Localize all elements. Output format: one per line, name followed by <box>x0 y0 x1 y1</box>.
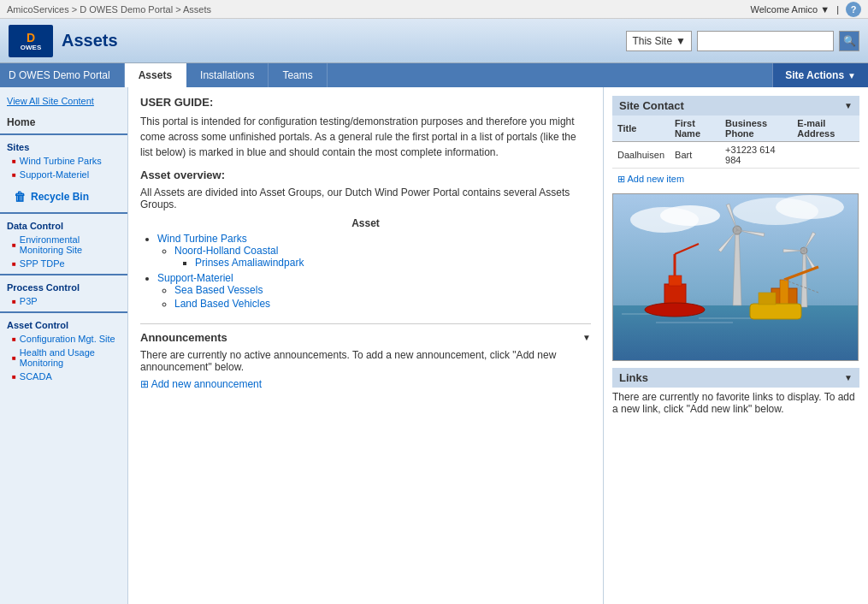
tree-link-sbv[interactable]: Sea Based Vessels <box>174 284 263 296</box>
welcome-text: Welcome Amico ▼ <box>751 4 830 15</box>
contact-email <box>792 142 859 169</box>
recycle-bin-label: Recycle Bin <box>31 191 89 203</box>
sidebar-home-header[interactable]: Home <box>0 111 127 130</box>
svg-point-29 <box>645 303 705 317</box>
tab-teams[interactable]: Teams <box>269 63 327 87</box>
tree-item-sm: Support-Materiel Sea Based Vessels Land … <box>157 272 591 310</box>
links-text: There are currently no favorite links to… <box>612 391 859 415</box>
svg-rect-23 <box>750 304 801 319</box>
site-contact-chevron[interactable]: ▼ <box>844 101 853 110</box>
contact-phone: +31223 614 984 <box>720 142 792 169</box>
user-guide-title: USER GUIDE: <box>140 96 591 109</box>
nav-tabs: D OWES Demo Portal Assets Installations … <box>0 63 868 87</box>
contact-title: Daalhuisen <box>612 142 670 169</box>
sidebar-item-spp-tdpe[interactable]: SPP TDPe <box>0 257 127 270</box>
tree-link-sm[interactable]: Support-Materiel <box>157 272 233 284</box>
asset-overview-title: Asset overview: <box>140 169 591 181</box>
tree-item-wtp: Wind Turbine Parks Noord-Holland Coastal… <box>157 233 591 269</box>
site-selector-chevron: ▼ <box>676 35 686 47</box>
sidebar-item-config-mgt[interactable]: Configuration Mgt. Site <box>0 332 127 346</box>
logo-d: D <box>27 31 35 44</box>
logo-area: D OWES Assets <box>9 25 118 57</box>
asset-tree-label: Asset <box>140 217 591 229</box>
sidebar-item-scada[interactable]: SCADA <box>0 370 127 383</box>
svg-point-4 <box>776 195 844 219</box>
search-icon: 🔍 <box>843 35 856 47</box>
tree-item-paw: Prinses Amaliawindpark <box>195 257 591 269</box>
tab-demo-portal[interactable]: D OWES Demo Portal <box>0 63 125 87</box>
tree-link-paw[interactable]: Prinses Amaliawindpark <box>195 257 304 269</box>
sidebar-sites-header: Sites <box>0 133 127 154</box>
site-selector-label: This Site <box>632 35 672 47</box>
breadcrumb: AmicoServices > D OWES Demo Portal > Ass… <box>7 4 211 15</box>
recycle-bin-icon: 🗑 <box>14 190 26 204</box>
site-actions-button[interactable]: Site Actions ▼ <box>772 63 868 87</box>
content-area: USER GUIDE: This portal is intended for … <box>128 87 603 604</box>
sidebar-process-control-header: Process Control <box>0 274 127 294</box>
page-title: Assets <box>62 31 118 50</box>
sidebar-item-env-monitoring[interactable]: Environmental Monitoring Site <box>0 233 127 257</box>
col-title: Title <box>612 115 670 142</box>
sidebar-view-all[interactable]: View All Site Content <box>0 92 127 111</box>
main-area: View All Site Content Home Sites Wind Tu… <box>0 87 868 604</box>
announcements-chevron[interactable]: ▼ <box>582 333 591 342</box>
announcements-title: Announcements <box>140 331 227 344</box>
col-firstname: First Name <box>670 115 720 142</box>
sidebar-data-control-header: Data Control <box>0 212 127 233</box>
top-right-area: Welcome Amico ▼ | ? <box>751 2 861 17</box>
logo: D OWES <box>9 25 53 57</box>
site-contact-table: Title First Name Business Phone E-mail A… <box>612 115 859 169</box>
sidebar-item-wind-turbine-parks[interactable]: Wind Turbine Parks <box>0 154 127 168</box>
site-actions-label: Site Actions <box>785 69 844 81</box>
svg-rect-26 <box>669 275 682 286</box>
search-input[interactable] <box>697 31 834 51</box>
logo-text: OWES <box>21 44 41 51</box>
tab-installations[interactable]: Installations <box>186 63 269 87</box>
site-contact-title: Site Contact <box>619 99 684 112</box>
tree-item-lbv: Land Based Vehicles <box>174 298 591 310</box>
tree-item-sbv: Sea Based Vessels <box>174 284 591 296</box>
links-chevron[interactable]: ▼ <box>844 373 853 382</box>
add-new-item-link[interactable]: Add new item <box>612 172 859 187</box>
col-email: E-mail Address <box>792 115 859 142</box>
tree-link-nhc[interactable]: Noord-Holland Coastal <box>174 245 278 257</box>
col-phone: Business Phone <box>720 115 792 142</box>
sidebar-item-p3p[interactable]: P3P <box>0 294 127 308</box>
asset-tree: Asset Wind Turbine Parks Noord-Holland C… <box>140 217 591 310</box>
tree-link-wtp[interactable]: Wind Turbine Parks <box>157 233 247 245</box>
header: D OWES Assets This Site ▼ 🔍 <box>0 19 868 63</box>
sidebar-asset-control-header: Asset Control <box>0 311 127 332</box>
site-contact-header: Site Contact ▼ <box>612 96 859 115</box>
windmill-image <box>612 193 859 361</box>
announcements-header: Announcements ▼ <box>140 331 591 344</box>
site-actions-chevron: ▼ <box>847 71 856 80</box>
search-button[interactable]: 🔍 <box>839 31 859 51</box>
help-icon[interactable]: ? <box>846 2 861 17</box>
announcements-text: There are currently no active announceme… <box>140 349 591 373</box>
site-selector[interactable]: This Site ▼ <box>626 31 692 51</box>
svg-point-2 <box>660 205 720 226</box>
user-guide-text: This portal is intended for configuratio… <box>140 114 591 160</box>
right-panel: Site Contact ▼ Title First Name Business… <box>603 87 868 604</box>
links-header: Links ▼ <box>612 368 859 388</box>
svg-rect-24 <box>759 293 776 305</box>
contact-firstname: Bart <box>670 142 720 169</box>
sidebar: View All Site Content Home Sites Wind Tu… <box>0 87 128 604</box>
header-right: This Site ▼ 🔍 <box>626 31 859 51</box>
tree-link-lbv[interactable]: Land Based Vehicles <box>174 298 270 310</box>
add-announcement-link[interactable]: Add new announcement <box>140 378 262 390</box>
announcements-section: Announcements ▼ There are currently no a… <box>140 323 591 390</box>
separator: | <box>836 4 839 15</box>
sidebar-recycle-bin[interactable]: 🗑 Recycle Bin <box>7 187 121 207</box>
top-bar: AmicoServices > D OWES Demo Portal > Ass… <box>0 0 868 19</box>
links-title: Links <box>619 371 648 384</box>
sidebar-item-health-usage[interactable]: Health and Usage Monitoring <box>0 346 127 370</box>
sidebar-item-support-materiel[interactable]: Support-Materiel <box>0 168 127 181</box>
contact-row: Daalhuisen Bart +31223 614 984 <box>612 142 859 169</box>
tab-assets[interactable]: Assets <box>125 63 186 87</box>
tree-item-nhc: Noord-Holland Coastal Prinses Amaliawind… <box>174 245 591 269</box>
asset-overview-desc: All Assets are divided into Asset Groups… <box>140 187 591 210</box>
